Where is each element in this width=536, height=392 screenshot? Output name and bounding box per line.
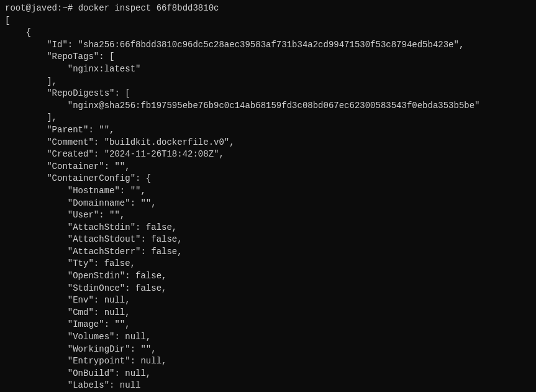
prompt-user-host: root@javed [5,3,57,13]
terminal-prompt-line: root@javed:~# docker inspect 66f8bdd3810… [5,2,531,15]
output-line: "OnBuild": null, [5,368,531,380]
output-line: "Domainname": "", [5,198,531,210]
output-line: "AttachStderr": false, [5,246,531,258]
output-line: "Entrypoint": null, [5,355,531,368]
output-line: "StdinOnce": false, [5,283,531,295]
output-line: "AttachStdin": false, [5,222,531,234]
output-line: "Env": null, [5,294,531,307]
output-line: "ContainerConfig": { [5,173,531,185]
output-line: "nginx@sha256:fb197595ebe76b9c0c14ab6815… [5,100,531,112]
output-line: "Container": "", [5,161,531,173]
output-line: "Comment": "buildkit.dockerfile.v0", [5,137,531,149]
output-line: "RepoDigests": [ [5,88,531,100]
output-line: "User": "", [5,209,531,222]
output-line: [ [5,15,531,27]
terminal-output: [ { "Id": "sha256:66f8bdd3810c96dc5c28ae… [5,15,531,392]
output-line: { [5,27,531,39]
output-line: "Image": "", [5,319,531,331]
output-line: ], [5,112,531,124]
output-line: "OpenStdin": false, [5,270,531,283]
prompt-symbol: # [68,3,73,13]
output-line: "Hostname": "", [5,185,531,198]
output-line: "RepoTags": [ [5,51,531,63]
output-line: "nginx:latest" [5,63,531,76]
output-line: "WorkingDir": "", [5,344,531,356]
output-line: ], [5,76,531,88]
output-line: "Labels": null [5,380,531,392]
output-line: "Id": "sha256:66f8bdd3810c96dc5c28aec395… [5,39,531,52]
output-line: "Created": "2024-11-26T18:42:08Z", [5,148,531,161]
output-line: "Cmd": null, [5,307,531,319]
output-line: "Parent": "", [5,124,531,137]
output-line: "AttachStdout": false, [5,234,531,246]
output-line: "Volumes": null, [5,331,531,344]
prompt-path: ~ [62,3,67,13]
command-text[interactable]: docker inspect 66f8bdd3810c [78,3,219,13]
output-line: "Tty": false, [5,258,531,270]
